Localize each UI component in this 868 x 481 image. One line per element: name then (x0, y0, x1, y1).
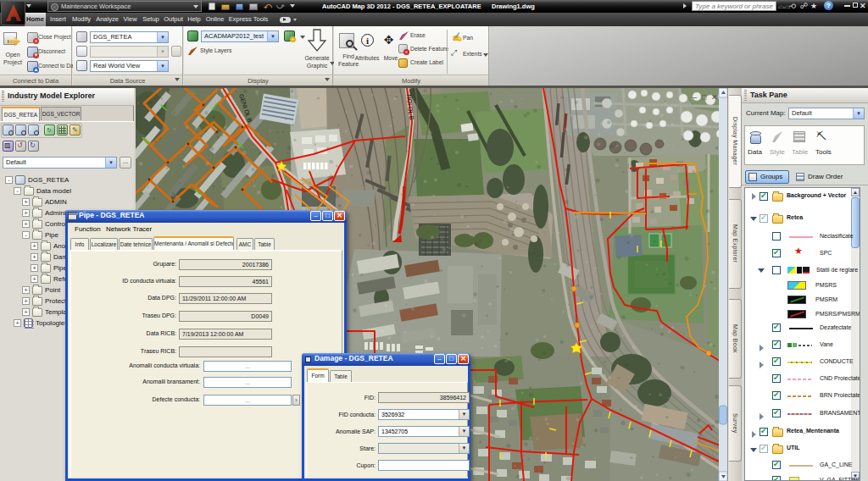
svg-text:–: – (693, 93, 697, 102)
svg-text:✕: ✕ (711, 93, 718, 102)
svg-text:□: □ (702, 93, 707, 102)
